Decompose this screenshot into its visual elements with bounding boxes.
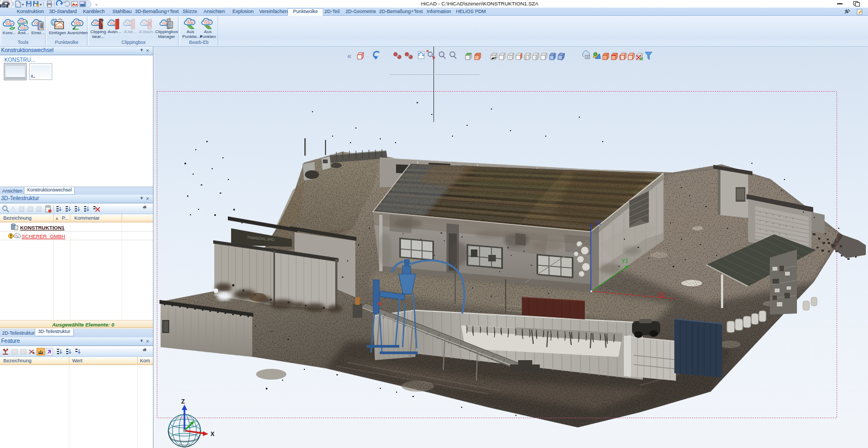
svg-text:Z: Z <box>181 398 185 405</box>
svg-text:X1: X1 <box>657 291 666 299</box>
svg-text:⌄: ⌄ <box>94 1 99 7</box>
svg-text:▾: ▾ <box>40 2 42 7</box>
svg-text:Y1: Y1 <box>621 258 628 264</box>
svg-text:Z1: Z1 <box>594 219 602 226</box>
svg-text:X: X <box>210 431 215 437</box>
svg-text:«: « <box>347 52 352 60</box>
svg-text:▾: ▾ <box>22 2 24 7</box>
